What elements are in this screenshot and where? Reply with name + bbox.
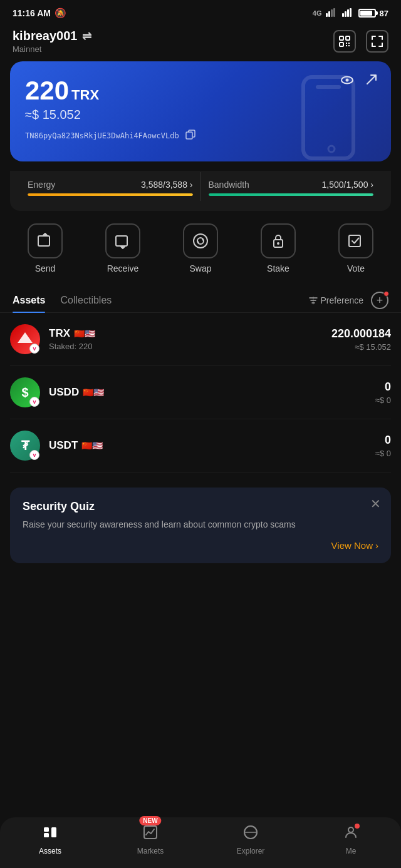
stake-icon xyxy=(261,223,296,258)
receive-label: Receive xyxy=(107,263,139,273)
usdt-info: USDT 🇨🇳🇺🇸 xyxy=(49,439,375,452)
svg-rect-4 xyxy=(342,13,344,17)
signal-bars-icon xyxy=(326,8,338,19)
vote-button[interactable]: Vote xyxy=(334,223,378,273)
tab-assets[interactable]: Assets xyxy=(13,288,45,312)
resources-container: Energy 3,588/3,588 › Bandwidth 1,500/1,5… xyxy=(10,171,391,211)
energy-bar xyxy=(28,193,193,196)
signal-bars2-icon xyxy=(342,8,355,19)
nav-assets[interactable]: Assets xyxy=(25,825,75,855)
security-banner: ✕ Security Quiz Raise your security awar… xyxy=(10,488,391,563)
receive-icon xyxy=(105,223,140,258)
energy-fill xyxy=(28,193,193,196)
balance-card: 220TRX ≈$ 15.052 TN86pyQa823NsRkjUE3DwAh… xyxy=(10,61,391,161)
swap-icon xyxy=(183,223,218,258)
svg-rect-5 xyxy=(345,11,346,17)
add-asset-button[interactable]: + xyxy=(371,292,388,309)
usdd-logo: $ v xyxy=(10,377,40,407)
status-time: 11:16 AM 🔕 xyxy=(13,8,66,19)
trx-info: TRX 🇨🇳🇺🇸 Staked: 220 xyxy=(49,327,331,351)
wallet-name-row[interactable]: kibreay001 ⇌ xyxy=(13,29,91,43)
nav-me[interactable]: Me xyxy=(326,825,376,855)
actions-row: Send Receive Swap xyxy=(0,211,401,286)
svg-rect-6 xyxy=(347,9,349,17)
receive-button[interactable]: Receive xyxy=(101,223,145,273)
swap-button[interactable]: Swap xyxy=(179,223,222,273)
verified-badge-usdt: v xyxy=(29,450,39,460)
svg-point-23 xyxy=(194,234,207,248)
phone-decoration xyxy=(284,74,385,161)
svg-rect-17 xyxy=(186,132,192,139)
bandwidth-resource[interactable]: Bandwidth 1,500/1,500 › xyxy=(201,172,382,201)
trx-balance: 220.000184 ≈$ 15.052 xyxy=(331,327,391,352)
usdt-flags: 🇨🇳🇺🇸 xyxy=(81,441,103,451)
asset-item-usdt[interactable]: ₮ v USDT 🇨🇳🇺🇸 0 ≈$ 0 xyxy=(10,419,391,472)
bottom-nav: Assets NEW Markets Explorer xyxy=(0,817,401,868)
svg-rect-30 xyxy=(51,827,56,837)
energy-resource[interactable]: Energy 3,588/3,588 › xyxy=(20,172,201,201)
svg-rect-13 xyxy=(346,45,347,46)
chevron-right-icon: › xyxy=(375,540,378,551)
svg-rect-19 xyxy=(316,85,341,89)
markets-nav-label: Markets xyxy=(137,847,164,855)
verified-badge: v xyxy=(29,344,39,354)
svg-rect-21 xyxy=(38,236,49,246)
svg-rect-18 xyxy=(303,77,353,158)
asset-item-trx[interactable]: v TRX 🇨🇳🇺🇸 Staked: 220 220.000184 ≈$ 15.… xyxy=(10,313,391,366)
svg-rect-29 xyxy=(44,833,49,837)
usdt-amount: 0 xyxy=(375,434,391,447)
bandwidth-bar xyxy=(209,193,374,196)
send-icon xyxy=(28,223,63,258)
me-nav-label: Me xyxy=(346,847,357,855)
switch-wallet-icon[interactable]: ⇌ xyxy=(82,29,91,43)
send-button[interactable]: Send xyxy=(23,223,67,273)
usdt-name-row: USDT 🇨🇳🇺🇸 xyxy=(49,439,375,452)
battery-icon xyxy=(358,9,376,18)
verified-badge-usdd: v xyxy=(29,397,39,407)
svg-rect-28 xyxy=(44,827,49,832)
vote-label: Vote xyxy=(347,263,365,273)
banner-close-button[interactable]: ✕ xyxy=(370,496,381,511)
notification-dot xyxy=(383,291,389,297)
svg-point-33 xyxy=(348,827,353,832)
svg-point-25 xyxy=(277,242,279,245)
usdd-amount: 0 xyxy=(375,380,391,394)
svg-rect-10 xyxy=(340,43,343,46)
trx-name-row: TRX 🇨🇳🇺🇸 xyxy=(49,327,331,340)
usdd-balance: 0 ≈$ 0 xyxy=(375,380,391,405)
asset-item-usdd[interactable]: $ v USDD 🇨🇳🇺🇸 0 ≈$ 0 xyxy=(10,366,391,419)
svg-rect-14 xyxy=(348,45,350,46)
markets-icon-container: NEW xyxy=(143,825,158,844)
assets-nav-label: Assets xyxy=(39,847,61,855)
svg-rect-8 xyxy=(340,36,343,40)
network-label: Mainnet xyxy=(13,44,91,54)
usdd-flags: 🇨🇳🇺🇸 xyxy=(83,387,104,397)
nav-explorer[interactable]: Explorer xyxy=(226,825,276,855)
preference-button[interactable]: Preference xyxy=(308,295,363,305)
tab-collectibles[interactable]: Collectibles xyxy=(60,288,112,312)
trx-flags: 🇨🇳🇺🇸 xyxy=(74,329,95,339)
explorer-nav-icon xyxy=(243,825,258,844)
energy-label: Energy xyxy=(28,180,55,190)
svg-point-20 xyxy=(328,146,335,152)
status-bar: 11:16 AM 🔕 4G 87 xyxy=(0,0,401,24)
banner-link-button[interactable]: View Now › xyxy=(23,540,378,551)
stake-button[interactable]: Stake xyxy=(256,223,300,273)
fullscreen-icon-button[interactable] xyxy=(366,30,388,53)
vote-icon xyxy=(338,223,373,258)
usdt-logo: ₮ v xyxy=(10,431,40,461)
usdt-usd: ≈$ 0 xyxy=(375,449,391,458)
svg-marker-27 xyxy=(18,332,33,343)
header: kibreay001 ⇌ Mainnet xyxy=(0,24,401,61)
me-nav-icon xyxy=(343,825,358,844)
wallet-info: kibreay001 ⇌ Mainnet xyxy=(13,29,91,54)
scan-icon-button[interactable] xyxy=(333,30,356,53)
new-badge: NEW xyxy=(139,816,161,825)
nav-markets[interactable]: NEW Markets xyxy=(125,825,175,855)
swap-label: Swap xyxy=(189,263,211,273)
svg-rect-26 xyxy=(349,235,360,247)
send-label: Send xyxy=(35,263,56,273)
svg-rect-2 xyxy=(331,9,333,17)
copy-icon[interactable] xyxy=(185,130,195,141)
usdd-info: USDD 🇨🇳🇺🇸 xyxy=(49,386,375,399)
